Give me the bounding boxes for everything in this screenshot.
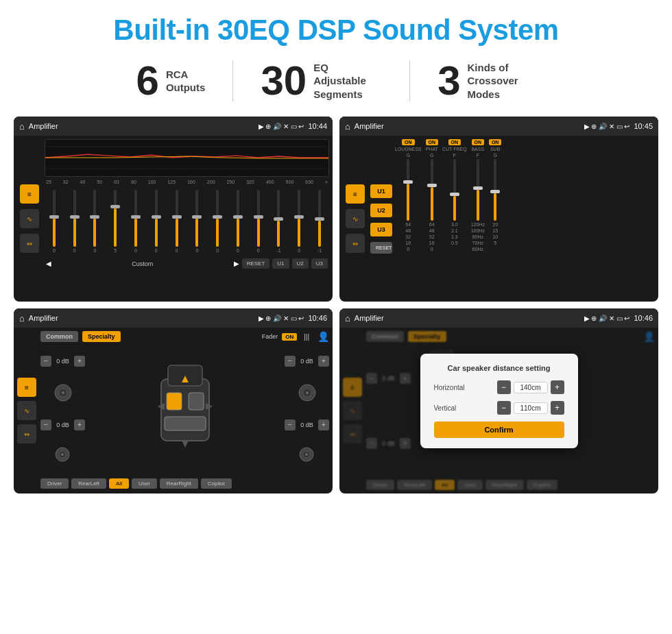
copilot-btn[interactable]: Copilot [201,478,232,489]
rear-left-btn[interactable]: RearLeft [71,478,106,489]
rear-right-minus[interactable]: − [285,419,296,430]
fader-screen-header: ⌂ Amplifier ▶ ⊕ 🔊 ✕ ▭ ↩ 10:46 [14,308,333,328]
front-left-control: − 0 dB + [40,356,85,367]
horizontal-label: Horizontal [434,384,465,391]
amp-icon-wave[interactable]: ∿ [346,209,365,228]
preset-col: U1 U2 U3 RESET [370,139,392,298]
user-settings-icon[interactable]: 👤 [317,331,329,342]
amp-header-time: 10:45 [634,122,653,130]
front-right-value: 0 dB [298,358,315,365]
loudness-track[interactable] [407,159,409,221]
distance-screen: ⌂ Amplifier ▶ ⊕ 🔊 ✕ ▭ ↩ 10:46 ≡ ∿ ⇔ Comm… [339,308,658,493]
phat-on-badge: ON [426,139,439,145]
eq-icon-sliders[interactable]: ≡ [20,184,39,204]
amp-screen: ⌂ Amplifier ▶ ⊕ 🔊 ✕ ▭ ↩ 10:45 ≡ ∿ ⇔ U1 U… [339,117,658,302]
dist-icon-sliders: ≡ [343,378,362,397]
eq-slider-7: 0 [167,190,187,253]
sub-track[interactable] [494,159,496,221]
confirm-button[interactable]: Confirm [434,422,564,438]
fader-home-icon[interactable]: ⌂ [19,313,25,324]
fader-icon-wave[interactable]: ∿ [17,401,36,420]
svg-rect-13 [189,393,204,410]
distance-screen-header: ⌂ Amplifier ▶ ⊕ 🔊 ✕ ▭ ↩ 10:46 [339,308,658,328]
distance-home-icon[interactable]: ⌂ [345,313,350,324]
eq-screen-body: ≡ ∿ ⇔ [14,136,333,302]
front-right-minus[interactable]: − [285,356,296,367]
bass-on-badge: ON [472,139,485,145]
amp-icon-expand[interactable]: ⇔ [346,234,365,253]
eq-prev-btn[interactable]: ◀ [46,260,51,267]
speaker-grid: − 0 dB + [40,346,329,473]
fader-screen-body: ≡ ∿ ⇔ Common Specialty Fader ON ||| 👤 [14,328,333,493]
bass-track[interactable] [477,159,479,221]
front-left-minus[interactable]: − [40,356,51,367]
amp-screen-header: ⌂ Amplifier ▶ ⊕ 🔊 ✕ ▭ ↩ 10:45 [339,117,658,136]
fader-header-title: Amplifier [29,314,254,322]
eq-slider-13: 0 [289,190,309,253]
svg-point-26 [305,453,308,456]
vertical-plus-btn[interactable]: + [551,401,564,415]
horizontal-value: 140cm [514,382,548,393]
horizontal-input-group: − 140cm + [497,380,564,394]
eq-slider-8: 0 [187,190,206,253]
eq-header-time: 10:44 [308,122,327,130]
eq-icon-wave[interactable]: ∿ [20,209,39,228]
fader-label: Fader [262,333,278,340]
distance-header-title: Amplifier [355,314,580,322]
fader-icon-sliders[interactable]: ≡ [17,378,36,397]
user-btn[interactable]: User [132,478,157,489]
eq-slider-1: 0 [45,190,64,253]
dist-fader-top-bar: Common Specialty 👤 [366,331,655,342]
amp-home-icon[interactable]: ⌂ [345,121,350,132]
stat-eq: 30 EQ AdjustableSegments [233,60,409,101]
home-icon[interactable]: ⌂ [19,121,25,132]
eq-slider-2: 0 [65,190,84,253]
eq-u2-btn[interactable]: U2 [292,258,309,269]
stats-row: 6 RCAOutputs 30 EQ AdjustableSegments 3 … [21,60,651,101]
front-left-speaker [40,382,85,403]
eq-header-title: Amplifier [29,122,254,130]
eq-u3-btn[interactable]: U3 [311,258,328,269]
eq-reset-btn[interactable]: RESET [242,258,270,269]
right-db-controls: − 0 dB + [285,349,329,470]
vertical-value: 110cm [514,402,548,414]
eq-left-panel: ≡ ∿ ⇔ [17,139,42,298]
eq-slider-11: 0 [249,190,268,253]
u1-preset-btn[interactable]: U1 [370,184,392,198]
rear-left-plus[interactable]: + [74,419,85,430]
vertical-minus-btn[interactable]: − [497,401,511,415]
distance-header-time: 10:46 [634,314,653,322]
rear-left-minus[interactable]: − [40,419,51,430]
u3-preset-btn[interactable]: U3 [370,223,392,236]
driver-btn[interactable]: Driver [40,478,69,489]
eq-preset-label: Custom [54,260,231,267]
all-btn[interactable]: All [109,478,129,489]
eq-slider-4: 5 [106,190,125,253]
fader-icon-expand[interactable]: ⇔ [17,424,36,443]
phat-track[interactable] [431,159,433,221]
specialty-tab[interactable]: Specialty [82,331,121,342]
common-tab[interactable]: Common [40,331,78,342]
amp-reset-btn[interactable]: RESET [370,242,392,254]
front-right-plus[interactable]: + [318,356,329,367]
eq-next-btn[interactable]: ▶ [234,260,239,267]
rear-right-plus[interactable]: + [318,419,329,430]
dist-icon-expand: ⇔ [343,424,362,443]
eq-u1-btn[interactable]: U1 [272,258,289,269]
eq-icon-expand[interactable]: ⇔ [20,234,39,253]
amp-icon-sliders[interactable]: ≡ [346,184,365,204]
vertical-input-group: − 110cm + [497,401,564,415]
loudness-g-label: G [407,153,410,158]
u2-preset-btn[interactable]: U2 [370,204,392,217]
stat-eq-number: 30 [261,60,307,101]
cutfreq-track[interactable] [453,159,456,221]
svg-point-6 [62,391,64,394]
rear-right-btn[interactable]: RearRight [160,478,198,489]
phat-g-label: G [430,153,433,158]
horizontal-plus-btn[interactable]: + [551,380,564,394]
distance-header-icons: ▶ ⊕ 🔊 ✕ ▭ ↩ [584,315,630,322]
eq-slider-3: 0 [86,190,105,253]
front-left-plus[interactable]: + [74,356,85,367]
fader-left-panel: ≡ ∿ ⇔ [17,331,38,490]
horizontal-minus-btn[interactable]: − [497,380,511,394]
